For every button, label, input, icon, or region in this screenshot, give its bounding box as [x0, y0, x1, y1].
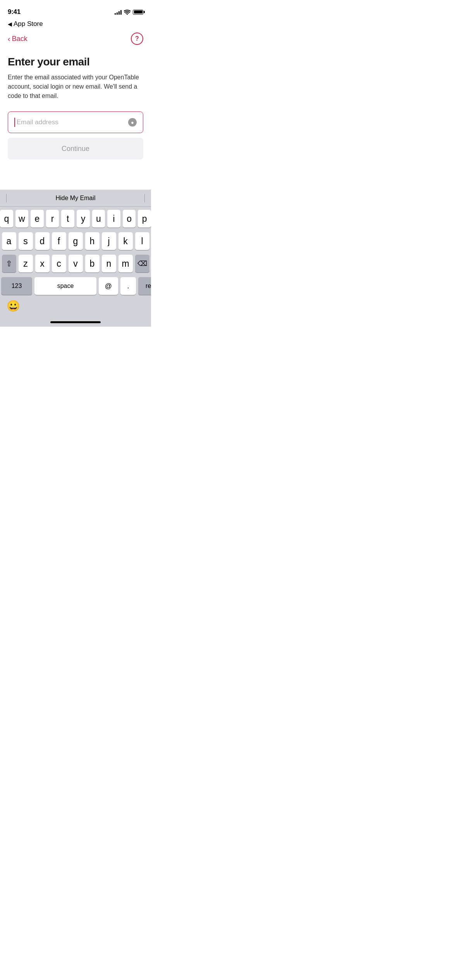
back-button[interactable]: ‹ Back	[8, 35, 27, 43]
app-store-nav: ◀ App Store	[0, 19, 151, 28]
email-input-container[interactable]: Email address ●	[8, 111, 143, 133]
keyboard: Hide My Email q w e r t y u i o p a s d …	[0, 190, 151, 327]
shift-key[interactable]: ⇧	[2, 255, 16, 272]
key-a[interactable]: a	[2, 232, 16, 250]
key-v[interactable]: v	[69, 255, 83, 272]
key-o[interactable]: o	[123, 210, 136, 228]
app-store-arrow: ◀	[8, 21, 12, 27]
battery-icon	[133, 10, 143, 15]
status-bar: 9:41	[0, 0, 151, 19]
key-i[interactable]: i	[107, 210, 120, 228]
signal-bars-icon	[115, 10, 122, 15]
continue-button[interactable]: Continue	[8, 138, 143, 159]
status-time: 9:41	[8, 8, 21, 16]
hide-my-email-button[interactable]: Hide My Email	[3, 195, 148, 202]
key-q[interactable]: q	[0, 210, 13, 228]
key-w[interactable]: w	[15, 210, 29, 228]
key-l[interactable]: l	[135, 232, 149, 250]
clear-icon: ●	[131, 120, 134, 125]
page-title: Enter your email	[8, 56, 143, 68]
status-icons	[115, 10, 143, 15]
keyboard-suggestion-bar: Hide My Email	[0, 190, 151, 207]
keyboard-row-1: q w e r t y u i o p	[0, 207, 151, 228]
emoji-button[interactable]: 😀	[6, 299, 20, 313]
divider-left	[6, 194, 7, 202]
key-d[interactable]: d	[35, 232, 50, 250]
key-t[interactable]: t	[61, 210, 74, 228]
key-h[interactable]: h	[85, 232, 100, 250]
dot-key[interactable]: .	[120, 277, 136, 295]
key-z[interactable]: z	[19, 255, 33, 272]
key-m[interactable]: m	[118, 255, 133, 272]
key-x[interactable]: x	[35, 255, 50, 272]
key-n[interactable]: n	[102, 255, 116, 272]
key-g[interactable]: g	[69, 232, 83, 250]
keyboard-row-3: ⇧ z x c v b n m ⌫	[0, 255, 151, 272]
app-store-label: App Store	[14, 20, 43, 28]
key-f[interactable]: f	[52, 232, 66, 250]
divider-right	[144, 194, 145, 202]
text-cursor	[14, 118, 15, 127]
wifi-icon	[124, 10, 130, 15]
at-key[interactable]: @	[99, 277, 118, 295]
home-indicator	[0, 317, 151, 327]
key-c[interactable]: c	[52, 255, 66, 272]
key-p[interactable]: p	[138, 210, 151, 228]
space-key[interactable]: space	[34, 277, 96, 295]
key-r[interactable]: r	[46, 210, 59, 228]
return-key[interactable]: return	[138, 277, 151, 295]
keyboard-row-4: 123 space @ . return	[0, 277, 151, 296]
key-y[interactable]: y	[77, 210, 90, 228]
key-j[interactable]: j	[102, 232, 116, 250]
help-button[interactable]: ?	[131, 33, 143, 45]
email-placeholder: Email address	[17, 118, 128, 126]
numbers-key[interactable]: 123	[1, 277, 32, 295]
delete-key[interactable]: ⌫	[135, 255, 149, 272]
question-mark-icon: ?	[135, 35, 139, 42]
clear-input-button[interactable]: ●	[128, 118, 137, 127]
page-description: Enter the email associated with your Ope…	[8, 73, 143, 101]
key-k[interactable]: k	[118, 232, 133, 250]
key-u[interactable]: u	[92, 210, 105, 228]
keyboard-row-2: a s d f g h j k l	[0, 232, 151, 250]
key-s[interactable]: s	[19, 232, 33, 250]
emoji-bar: 😀	[0, 296, 151, 317]
key-e[interactable]: e	[31, 210, 44, 228]
back-chevron-icon: ‹	[8, 35, 10, 43]
nav-bar: ‹ Back ?	[0, 28, 151, 50]
main-content: Enter your email Enter the email associa…	[0, 50, 151, 159]
key-b[interactable]: b	[85, 255, 100, 272]
home-bar	[50, 321, 101, 323]
back-label: Back	[12, 35, 27, 43]
